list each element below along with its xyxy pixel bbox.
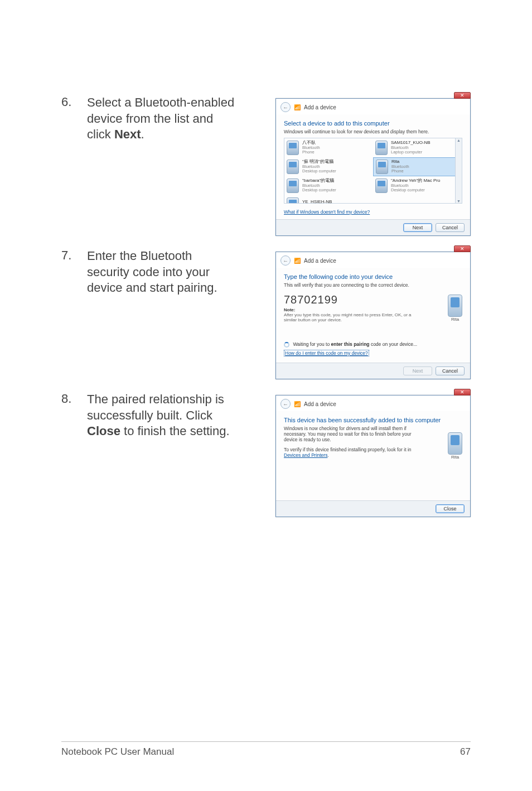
device-item[interactable]: "蘇 明清"的電腦 Bluetooth Desktop computer bbox=[284, 157, 373, 176]
desktop-icon bbox=[287, 179, 299, 193]
dialog-subtitle: This will verify that you are connecting… bbox=[284, 282, 462, 288]
device-item-selected[interactable]: Rita Bluetooth Phone bbox=[373, 157, 462, 176]
pairing-code: 78702199 bbox=[284, 293, 462, 306]
success-text-2: To verify if this device finished instal… bbox=[284, 447, 412, 458]
dialog-breadcrumb: Add a device bbox=[304, 104, 336, 110]
spinner-icon bbox=[284, 342, 289, 348]
device-preview-label: Rita bbox=[448, 455, 462, 460]
text-tail: . bbox=[141, 127, 144, 141]
text-tail: to finish the setting. bbox=[120, 424, 230, 438]
text: To verify if this device finished instal… bbox=[284, 447, 412, 452]
dialog-subtitle: Windows will continue to look for new de… bbox=[284, 129, 462, 134]
desktop-icon bbox=[287, 160, 299, 174]
phone-icon bbox=[376, 160, 388, 174]
text: The paired relationship is successfully … bbox=[87, 392, 224, 422]
device-preview-label: Rita bbox=[448, 317, 462, 322]
page-number: 67 bbox=[460, 746, 471, 758]
close-button[interactable]: ✕ bbox=[454, 389, 471, 396]
note-label: Note: bbox=[284, 307, 462, 312]
step-8: 8. The paired relationship is successful… bbox=[61, 392, 471, 517]
text: Select a Bluetooth-enabled device from t… bbox=[87, 95, 234, 141]
device-preview: Rita bbox=[448, 432, 462, 460]
breadcrumb-icon: 📶 bbox=[294, 401, 301, 407]
dialog-title: Type the following code into your device bbox=[284, 273, 462, 280]
device-list[interactable]: 八不臥 Bluetooth Phone SAM1017_KUO-NB Bluet… bbox=[284, 138, 462, 204]
device-item[interactable]: "barbara"的電腦 Bluetooth Desktop computer bbox=[284, 176, 373, 195]
next-button[interactable]: Next bbox=[403, 223, 432, 232]
close-button[interactable]: ✕ bbox=[454, 92, 471, 99]
close-button-footer[interactable]: Close bbox=[436, 504, 465, 513]
bold: Next bbox=[114, 127, 141, 141]
step-6: 6. Select a Bluetooth-enabled device fro… bbox=[61, 95, 471, 236]
close-button[interactable]: ✕ bbox=[454, 245, 471, 252]
breadcrumb-icon: 📶 bbox=[294, 258, 301, 264]
devices-and-printers-link[interactable]: Devices and Printers bbox=[284, 452, 327, 458]
wait-text-a: Waiting for you to bbox=[293, 341, 331, 347]
device-subtype: Desktop computer bbox=[391, 188, 440, 192]
step-instruction: Enter the Bluetooth security code into y… bbox=[87, 248, 238, 296]
scrollbar[interactable] bbox=[455, 138, 462, 203]
wait-text-b: enter this pairing bbox=[331, 341, 370, 347]
cancel-button[interactable]: Cancel bbox=[436, 223, 465, 232]
device-name: YE_HSIEH-NB bbox=[302, 200, 332, 204]
phone-icon bbox=[448, 295, 462, 317]
device-item[interactable]: "Andrew Yeh"的 Mac Pro Bluetooth Desktop … bbox=[373, 176, 462, 195]
step-instruction: The paired relationship is successfully … bbox=[87, 392, 238, 440]
device-subtype: Desktop computer bbox=[302, 169, 336, 173]
help-link[interactable]: What if Windows doesn't find my device? bbox=[284, 209, 370, 215]
wait-text-c: code on your device... bbox=[370, 341, 418, 347]
step-7: 7. Enter the Bluetooth security code int… bbox=[61, 248, 471, 379]
device-subtype: Phone bbox=[391, 169, 409, 173]
dialog-breadcrumb: Add a device bbox=[304, 258, 336, 264]
phone-icon bbox=[448, 432, 462, 455]
note-text: After you type this code, you might need… bbox=[284, 312, 412, 322]
back-icon[interactable]: ← bbox=[280, 399, 291, 409]
dialog-title: This device has been successfully added … bbox=[284, 417, 462, 423]
page-footer: Notebook PC User Manual 67 bbox=[61, 741, 471, 758]
back-icon[interactable]: ← bbox=[280, 102, 291, 112]
device-preview: Rita bbox=[448, 295, 462, 322]
breadcrumb-icon: 📶 bbox=[294, 104, 301, 110]
device-item[interactable]: YE_HSIEH-NB Bluetooth bbox=[284, 195, 373, 204]
step-instruction: Select a Bluetooth-enabled device from t… bbox=[87, 95, 238, 143]
footer-title: Notebook PC User Manual bbox=[61, 746, 174, 758]
step-number: 7. bbox=[61, 248, 75, 263]
dialog-title: Select a device to add to this computer bbox=[284, 120, 462, 127]
device-subtype: Phone bbox=[302, 150, 320, 155]
status-line: Waiting for you to enter this pairing co… bbox=[284, 341, 462, 348]
next-button: Next bbox=[403, 366, 432, 375]
back-icon[interactable]: ← bbox=[280, 255, 291, 266]
close-icon: ✕ bbox=[460, 246, 465, 252]
step-number: 8. bbox=[61, 392, 75, 406]
dialog-breadcrumb: Add a device bbox=[304, 401, 336, 407]
desktop-icon bbox=[375, 179, 388, 193]
device-subtype: Desktop computer bbox=[302, 188, 336, 192]
device-subtype: Laptop computer bbox=[391, 150, 431, 155]
device-item[interactable]: SAM1017_KUO-NB Bluetooth Laptop computer bbox=[373, 138, 462, 157]
device-item[interactable]: 八不臥 Bluetooth Phone bbox=[284, 138, 373, 157]
help-link[interactable]: How do I enter this code on my device? bbox=[284, 350, 369, 356]
cancel-button[interactable]: Cancel bbox=[436, 366, 465, 375]
success-text-1: Windows is now checking for drivers and … bbox=[284, 426, 412, 442]
add-device-dialog-success: ✕ ← 📶 Add a device This device has been … bbox=[275, 395, 471, 517]
close-icon: ✕ bbox=[460, 93, 465, 98]
laptop-icon bbox=[287, 197, 299, 204]
add-device-dialog-code: ✕ ← 📶 Add a device Type the following co… bbox=[275, 252, 471, 379]
step-number: 6. bbox=[61, 95, 75, 109]
bold: Close bbox=[87, 424, 120, 438]
close-icon: ✕ bbox=[460, 389, 465, 395]
laptop-icon bbox=[375, 141, 388, 155]
phone-icon bbox=[287, 141, 299, 155]
add-device-dialog-select: ✕ ← 📶 Add a device Select a device to ad… bbox=[275, 98, 471, 236]
